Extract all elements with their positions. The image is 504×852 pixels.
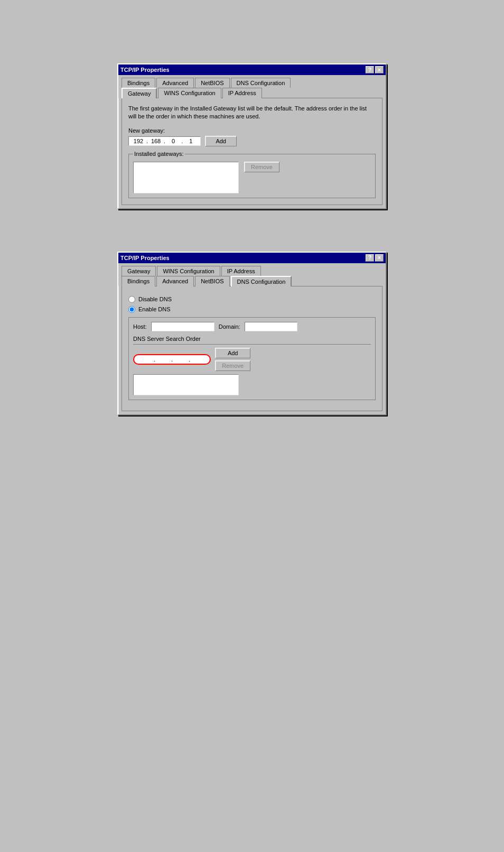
dns-server-list[interactable] <box>133 374 239 395</box>
tab-bindings-2[interactable]: Bindings <box>122 276 155 286</box>
dns-ip-row: . . . Add Remove <box>133 348 371 371</box>
dns-ip-seg1[interactable] <box>138 356 153 363</box>
tab-gateway-1[interactable]: Gateway <box>122 88 157 98</box>
gateway-description: The first gateway in the Installed Gatew… <box>128 105 376 121</box>
tab-dns-config-2[interactable]: DNS Configuration <box>231 276 292 286</box>
tab-bindings-1[interactable]: Bindings <box>122 78 155 88</box>
installed-gateways-group: Installed gateways: Remove <box>128 154 376 198</box>
remove-button-2[interactable]: Remove <box>215 360 250 371</box>
tabs-row2-dialog1: Gateway WINS Configuration IP Address <box>118 87 386 98</box>
installed-gateways-content: Remove <box>133 162 371 193</box>
dialog1: TCP/IP Properties ? × Bindings Advanced … <box>117 63 387 209</box>
dialog2: TCP/IP Properties ? × Gateway WINS Confi… <box>117 252 387 415</box>
dialog1-title: TCP/IP Properties <box>120 67 170 73</box>
close-button-2[interactable]: × <box>375 254 384 262</box>
enable-dns-label: Enable DNS <box>138 306 171 312</box>
ip-seg3[interactable] <box>166 138 181 144</box>
dns-fields-group: Host: Domain: DNS Server Search Order . … <box>128 317 376 400</box>
add-button-2[interactable]: Add <box>215 348 250 358</box>
title-bar-2: TCP/IP Properties ? × <box>118 253 386 263</box>
disable-dns-label: Disable DNS <box>138 296 172 302</box>
tab-dns-config-1[interactable]: DNS Configuration <box>231 78 291 88</box>
enable-dns-radio[interactable] <box>128 306 135 313</box>
close-button-1[interactable]: × <box>375 66 384 73</box>
installed-gateways-list[interactable] <box>133 162 239 193</box>
dns-ip-seg3[interactable] <box>173 356 188 363</box>
host-label: Host: <box>133 323 147 330</box>
content-area-2: Disable DNS Enable DNS Host: Domain: DNS… <box>122 286 382 411</box>
gateway-ip-input[interactable]: . . . <box>128 136 201 146</box>
dns-buttons-col: Add Remove <box>215 348 250 371</box>
dns-ip-seg4[interactable] <box>191 356 206 363</box>
dialog2-title: TCP/IP Properties <box>120 255 170 261</box>
host-row: Host: Domain: <box>133 322 371 331</box>
tab-ip-address-1[interactable]: IP Address <box>222 88 262 98</box>
tab-netbios-1[interactable]: NetBIOS <box>195 78 229 88</box>
tabs-row2-dialog2: Bindings Advanced NetBIOS DNS Configurat… <box>118 275 386 286</box>
enable-dns-row: Enable DNS <box>128 306 376 313</box>
domain-label: Domain: <box>219 323 240 330</box>
content-area-1: The first gateway in the Installed Gatew… <box>122 98 382 205</box>
tab-gateway-2[interactable]: Gateway <box>122 266 156 276</box>
disable-dns-row: Disable DNS <box>128 296 376 303</box>
ip-seg4[interactable] <box>183 138 198 144</box>
dns-divider <box>133 344 371 345</box>
dns-ip-seg2[interactable] <box>156 356 171 363</box>
help-button-2[interactable]: ? <box>366 254 374 262</box>
tab-ip-address-2[interactable]: IP Address <box>221 266 261 276</box>
dns-ip-input[interactable]: . . . <box>133 354 211 365</box>
help-button-1[interactable]: ? <box>366 66 374 73</box>
ip-row-1: . . . Add <box>128 136 376 146</box>
tab-netbios-2[interactable]: NetBIOS <box>195 276 229 286</box>
tabs-row1-dialog2: Gateway WINS Configuration IP Address <box>118 263 386 275</box>
title-bar-buttons-1: ? × <box>366 66 384 73</box>
domain-input[interactable] <box>245 322 297 331</box>
ip-seg2[interactable] <box>148 138 163 144</box>
dns-search-label: DNS Server Search Order <box>133 336 371 342</box>
ip-seg1[interactable] <box>131 138 146 144</box>
new-gateway-label: New gateway: <box>128 127 376 134</box>
remove-button-1[interactable]: Remove <box>244 162 279 172</box>
add-button-1[interactable]: Add <box>205 136 237 146</box>
title-bar-1: TCP/IP Properties ? × <box>118 64 386 75</box>
host-input[interactable] <box>151 322 214 331</box>
tab-advanced-1[interactable]: Advanced <box>156 78 194 88</box>
disable-dns-radio[interactable] <box>128 296 135 303</box>
tab-wins-2[interactable]: WINS Configuration <box>157 266 220 276</box>
tab-wins-1[interactable]: WINS Configuration <box>158 88 221 98</box>
tabs-row1-dialog1: Bindings Advanced NetBIOS DNS Configurat… <box>118 75 386 87</box>
title-bar-buttons-2: ? × <box>366 254 384 262</box>
installed-gateways-label: Installed gateways: <box>133 151 185 157</box>
tab-advanced-2[interactable]: Advanced <box>156 276 194 286</box>
